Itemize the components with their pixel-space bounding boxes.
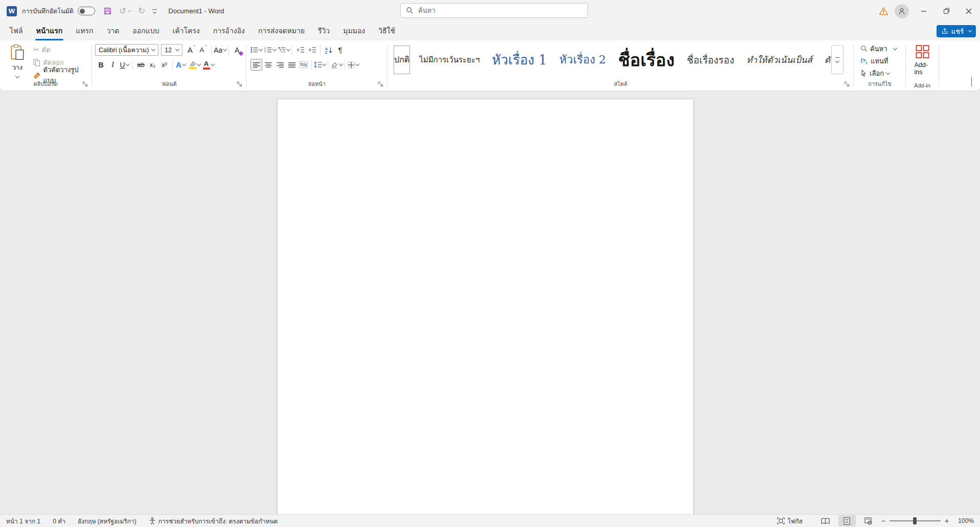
change-case-button[interactable]: Aa: [214, 44, 226, 56]
share-button[interactable]: แชร์: [937, 25, 976, 37]
paragraph-group-label: ย่อหน้า: [247, 79, 386, 89]
tab-mailings[interactable]: การส่งจดหมาย: [252, 22, 311, 40]
shrink-font-button[interactable]: A ˇ: [197, 44, 209, 56]
replace-button[interactable]: b c แทนที่: [859, 55, 898, 67]
restore-button[interactable]: [935, 0, 958, 22]
align-center-button[interactable]: [262, 59, 274, 71]
focus-mode-button[interactable]: โฟกัส: [771, 515, 809, 527]
clipboard-dialog-launcher[interactable]: [82, 81, 88, 87]
borders-chevron-icon: [355, 62, 359, 66]
styles-dialog-launcher[interactable]: [844, 81, 850, 87]
font-size-combobox[interactable]: 12: [161, 44, 183, 56]
redo-button[interactable]: ↻: [138, 7, 145, 15]
style-heading1[interactable]: หัวเรื่อง 1: [486, 49, 553, 70]
align-left-button[interactable]: [250, 59, 262, 71]
text-effects-button[interactable]: A: [175, 59, 187, 71]
show-marks-button[interactable]: ¶: [334, 44, 346, 56]
document-page[interactable]: [277, 99, 694, 514]
font-color-button[interactable]: A: [202, 59, 214, 71]
language-indicator[interactable]: อังกฤษ (สหรัฐอเมริกา): [72, 515, 143, 527]
numbered-list-button[interactable]: 1 2 3: [264, 44, 276, 56]
superscript-button[interactable]: x²: [158, 59, 170, 71]
tab-references[interactable]: การอ้างอิง: [207, 22, 252, 40]
italic-button[interactable]: I: [107, 59, 119, 71]
clear-formatting-button[interactable]: A: [231, 44, 243, 56]
style-title[interactable]: ชื่อเรื่อง: [612, 46, 680, 74]
document-canvas[interactable]: [0, 92, 980, 514]
style-heading2[interactable]: หัวเรื่อง 2: [553, 51, 612, 69]
line-spacing-button[interactable]: [314, 59, 326, 71]
select-button[interactable]: เลือก: [859, 68, 898, 79]
justify-button[interactable]: [286, 59, 298, 71]
paste-button[interactable]: วาง: [6, 44, 29, 78]
share-icon: [941, 28, 948, 35]
borders-button[interactable]: [347, 59, 359, 71]
print-layout-button[interactable]: [838, 515, 856, 526]
style-normal[interactable]: ปกติ: [394, 46, 410, 74]
undo-button[interactable]: ↺: [119, 7, 131, 15]
page-number-indicator[interactable]: หน้า 1 จาก 1: [0, 515, 47, 527]
alert-button[interactable]: [876, 0, 891, 22]
addins-button[interactable]: Add-ins: [915, 45, 930, 76]
tab-review[interactable]: รีวิว: [311, 22, 336, 40]
collapse-ribbon-button[interactable]: [971, 77, 972, 86]
bullet-list-button[interactable]: [250, 44, 262, 56]
read-mode-button[interactable]: [817, 515, 834, 526]
minimize-button[interactable]: [913, 0, 935, 22]
qat-chevron-icon: [153, 10, 156, 13]
accessibility-indicator[interactable]: การช่วยสำหรับการเข้าถึง: ตรงตามข้อกำหนด: [143, 515, 284, 527]
paste-chevron-icon: [15, 74, 19, 78]
shrink-caret-icon: ˇ: [205, 46, 207, 51]
undo-chevron-icon: [128, 8, 131, 12]
tab-layout[interactable]: เค้าโครง: [166, 22, 206, 40]
styles-gallery-more-button[interactable]: [831, 45, 844, 74]
customize-quick-access-button[interactable]: [152, 9, 157, 13]
tab-file[interactable]: ไฟล์: [3, 22, 30, 40]
style-subtle-emphasis[interactable]: ทำให้ตัวเน้นเป็นส์: [740, 53, 818, 67]
multilevel-list-button[interactable]: [278, 44, 290, 56]
bold-button[interactable]: B: [95, 59, 107, 71]
tab-insert[interactable]: แทรก: [69, 22, 100, 40]
style-subtitle[interactable]: ชื่อเรื่องรอง: [681, 52, 741, 68]
zoom-level[interactable]: 100%: [953, 517, 980, 524]
style-no-spacing[interactable]: ไม่มีการเว้นระยะฯ: [413, 54, 486, 66]
decrease-indent-button[interactable]: [294, 44, 306, 56]
divider: [311, 60, 312, 70]
font-name-combobox[interactable]: Calibri (เนื้อความ): [95, 44, 158, 56]
underline-label: U: [120, 61, 125, 69]
zoom-in-button[interactable]: +: [941, 517, 953, 525]
cut-button[interactable]: ✂ ตัด: [32, 44, 91, 55]
search-box[interactable]: [400, 3, 588, 18]
close-button[interactable]: [958, 0, 980, 22]
distribute-button[interactable]: [298, 59, 309, 71]
tab-design[interactable]: ออกแบบ: [126, 22, 166, 40]
clear-formatting-label: A: [235, 46, 239, 54]
tab-help[interactable]: วิธีใช้: [372, 22, 402, 40]
sort-button[interactable]: A Z: [323, 44, 334, 56]
paragraph-dialog-launcher[interactable]: [377, 81, 384, 87]
underline-button[interactable]: U: [119, 59, 130, 71]
search-input[interactable]: [418, 7, 582, 14]
zoom-slider[interactable]: [890, 520, 941, 521]
web-layout-button[interactable]: [860, 515, 877, 526]
account-button[interactable]: [891, 0, 913, 22]
font-dialog-launcher[interactable]: [236, 81, 243, 87]
focus-label: โฟกัส: [787, 516, 803, 526]
find-button[interactable]: ค้นหา: [859, 43, 898, 54]
word-count-indicator[interactable]: 0 คำ: [47, 515, 72, 527]
grow-font-label: A: [188, 46, 193, 54]
zoom-slider-handle[interactable]: [913, 517, 917, 524]
save-button[interactable]: [103, 7, 112, 15]
shading-button[interactable]: [330, 59, 343, 71]
zoom-out-button[interactable]: −: [877, 517, 890, 525]
strikethrough-button[interactable]: ab: [135, 59, 147, 71]
grow-font-button[interactable]: A ˆ: [186, 44, 197, 56]
align-right-button[interactable]: [274, 59, 286, 71]
highlight-button[interactable]: [189, 59, 200, 71]
subscript-button[interactable]: x₂: [147, 59, 158, 71]
autosave-toggle[interactable]: [78, 7, 95, 15]
increase-indent-button[interactable]: [306, 44, 318, 56]
tab-home[interactable]: หน้าแรก: [30, 22, 70, 40]
tab-draw[interactable]: วาด: [100, 22, 126, 40]
tab-view[interactable]: มุมมอง: [336, 22, 372, 40]
